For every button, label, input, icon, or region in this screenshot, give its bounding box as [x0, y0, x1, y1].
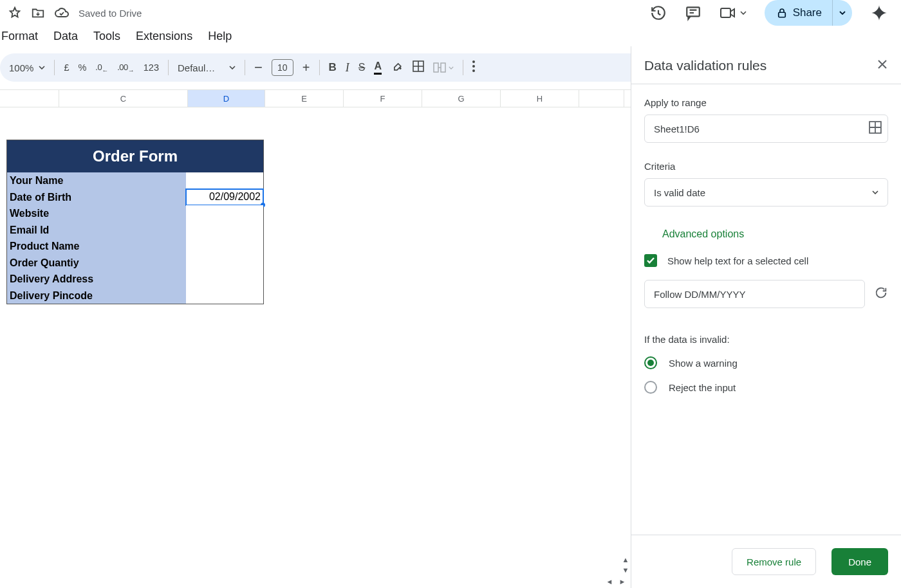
history-icon[interactable]	[650, 5, 667, 21]
form-row: Product Name	[7, 238, 263, 255]
done-button[interactable]: Done	[831, 548, 888, 575]
svg-point-8	[472, 69, 475, 72]
remove-rule-button[interactable]: Remove rule	[732, 548, 816, 575]
form-field-label: Your Name	[7, 172, 186, 189]
font-size-increase[interactable]: +	[302, 60, 310, 75]
form-field-label: Order Quantiy	[7, 255, 186, 271]
scroll-right-icon[interactable]: ►	[618, 577, 627, 586]
text-color-button[interactable]: A	[374, 60, 382, 75]
form-field-value[interactable]	[186, 255, 263, 271]
radio-reject-input-label: Reject the input	[669, 382, 736, 393]
help-text-checkbox[interactable]	[644, 254, 657, 267]
form-row: Order Quantiy	[7, 255, 263, 271]
column-header[interactable]	[0, 90, 59, 107]
radio-show-warning[interactable]	[644, 356, 657, 369]
move-folder-icon[interactable]	[31, 6, 45, 20]
svg-rect-1	[721, 8, 730, 17]
title-bar: Saved to Drive Share	[0, 0, 901, 26]
column-header[interactable]: D	[188, 90, 265, 107]
form-field-label: Website	[7, 205, 186, 222]
font-family-value: Defaul…	[178, 62, 215, 73]
form-field-label: Date of Birth	[7, 189, 186, 206]
form-field-label: Email Id	[7, 222, 186, 239]
grid-select-icon[interactable]	[869, 121, 882, 136]
form-field-value[interactable]	[186, 238, 263, 255]
menu-help[interactable]: Help	[208, 30, 232, 43]
borders-button[interactable]	[413, 60, 424, 75]
form-field-value[interactable]	[186, 205, 263, 222]
menu-extensions[interactable]: Extensions	[136, 30, 192, 43]
invalid-data-label: If the data is invalid:	[644, 334, 888, 345]
form-row: Delivery Pincode	[7, 288, 263, 304]
panel-title: Data validation rules	[644, 58, 766, 73]
lock-icon	[776, 7, 788, 19]
column-header[interactable]: C	[59, 90, 188, 107]
svg-rect-0	[687, 7, 700, 16]
column-header[interactable]	[579, 90, 624, 107]
form-field-label: Delivery Address	[7, 271, 186, 288]
criteria-value: Is valid date	[654, 187, 705, 198]
form-field-value[interactable]: 02/09/2002	[186, 189, 263, 206]
form-field-value[interactable]	[186, 222, 263, 239]
menu-tools[interactable]: Tools	[93, 30, 120, 43]
svg-rect-4	[434, 63, 438, 72]
bold-button[interactable]: B	[329, 61, 337, 74]
help-text-input[interactable]	[644, 280, 865, 308]
column-header[interactable]: F	[344, 90, 422, 107]
form-row: Delivery Address	[7, 271, 263, 288]
svg-point-6	[472, 60, 475, 63]
font-size-decrease[interactable]: −	[254, 59, 263, 76]
scroll-down-icon[interactable]: ▼	[622, 566, 629, 574]
scroll-up-icon[interactable]: ▲	[622, 556, 629, 564]
scroll-left-icon[interactable]: ◄	[605, 577, 614, 586]
share-label: Share	[793, 6, 822, 19]
form-field-value[interactable]	[186, 288, 263, 304]
menu-data[interactable]: Data	[53, 30, 78, 43]
cloud-saved-icon[interactable]	[54, 6, 70, 19]
criteria-dropdown[interactable]: Is valid date	[644, 178, 888, 207]
strike-button[interactable]: S	[358, 62, 366, 73]
svg-point-7	[472, 65, 475, 68]
reset-help-text-icon[interactable]	[874, 286, 888, 302]
column-header[interactable]: E	[265, 90, 344, 107]
fill-color-button[interactable]	[391, 60, 404, 75]
merge-cells-button[interactable]	[433, 62, 454, 73]
gemini-icon[interactable]	[870, 4, 888, 22]
star-icon[interactable]	[8, 6, 22, 20]
form-field-value[interactable]	[186, 172, 263, 189]
range-input[interactable]	[644, 115, 888, 143]
form-row: Email Id	[7, 222, 263, 239]
apply-to-range-label: Apply to range	[644, 97, 888, 108]
increase-decimal-button[interactable]: .00→	[117, 61, 135, 74]
close-icon[interactable]	[877, 59, 888, 73]
column-header[interactable]: H	[501, 90, 579, 107]
number-format-button[interactable]: 123	[144, 62, 159, 73]
currency-button[interactable]: £	[64, 62, 69, 73]
saved-status: Saved to Drive	[79, 8, 142, 19]
decrease-decimal-button[interactable]: .0←	[95, 61, 108, 74]
comments-icon[interactable]	[685, 5, 701, 21]
data-validation-panel: Data validation rules Apply to range Cri…	[631, 46, 901, 588]
zoom-value: 100%	[9, 62, 33, 73]
radio-reject-input[interactable]	[644, 381, 657, 394]
share-dropdown[interactable]	[832, 0, 852, 26]
italic-button[interactable]: I	[346, 61, 349, 75]
svg-rect-2	[778, 12, 785, 17]
order-form: Order Form Your NameDate of Birth02/09/2…	[6, 140, 264, 304]
font-family-dropdown[interactable]: Defaul…	[178, 62, 236, 73]
menu-format[interactable]: Format	[1, 30, 38, 43]
radio-show-warning-label: Show a warning	[669, 358, 738, 369]
zoom-dropdown[interactable]: 100%	[9, 62, 45, 73]
advanced-options-toggle[interactable]: Advanced options	[662, 228, 888, 240]
more-toolbar-icon[interactable]	[472, 60, 475, 75]
column-header[interactable]: G	[422, 90, 501, 107]
form-field-label: Product Name	[7, 238, 186, 255]
form-title: Order Form	[7, 140, 263, 172]
form-field-value[interactable]	[186, 271, 263, 288]
percent-button[interactable]: %	[78, 62, 86, 73]
form-field-label: Delivery Pincode	[7, 288, 186, 304]
meet-icon[interactable]	[720, 6, 747, 19]
share-button[interactable]: Share	[765, 0, 852, 26]
font-size-input[interactable]: 10	[272, 59, 293, 76]
criteria-label: Criteria	[644, 161, 888, 172]
